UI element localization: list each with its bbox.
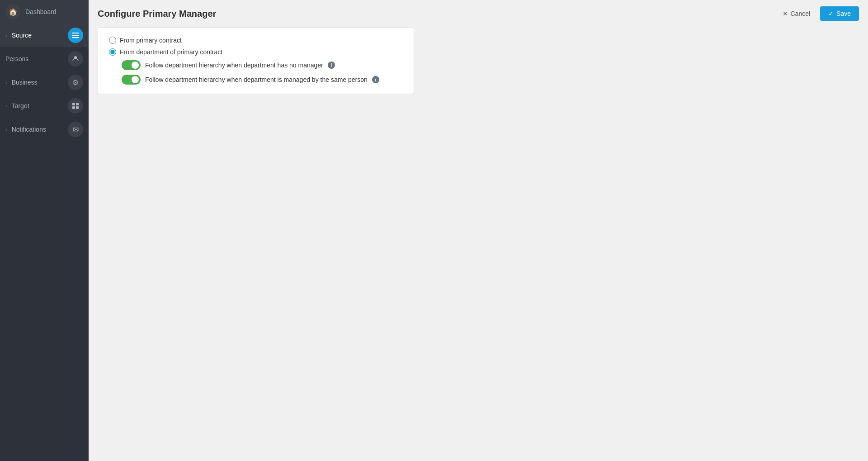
home-icon: 🏠	[5, 4, 21, 19]
save-check-icon: ✓	[828, 10, 834, 17]
sidebar-label-persons: Persons	[5, 55, 28, 62]
toggle-slider-no-manager	[122, 60, 141, 70]
info-icon-no-manager[interactable]: i	[328, 62, 335, 69]
svg-rect-2	[72, 37, 79, 38]
svg-rect-1	[72, 35, 79, 36]
toggle-row-no-manager: Follow department hierarchy when departm…	[122, 60, 403, 70]
svg-rect-4	[72, 103, 75, 105]
svg-rect-5	[76, 103, 79, 105]
toggle-row-same-person: Follow department hierarchy when departm…	[122, 75, 403, 85]
persons-icon	[68, 51, 83, 67]
radio-input-department[interactable]	[109, 48, 116, 56]
sidebar-item-notifications[interactable]: ‹ Notifications ✉	[0, 118, 89, 141]
radio-label-department: From department of primary contract	[120, 48, 222, 56]
radio-label-primary-contract: From primary contract	[120, 37, 182, 44]
main-content: From primary contract From department of…	[89, 27, 868, 461]
notifications-icon: ✉	[68, 122, 83, 137]
toggle-section: Follow department hierarchy when departm…	[122, 60, 403, 85]
sidebar-item-business[interactable]: ‹ Business ⚙	[0, 71, 89, 94]
main-area: Configure Primary Manager ✕ Cancel ✓ Sav…	[89, 0, 868, 461]
svg-rect-7	[76, 106, 79, 109]
cancel-button[interactable]: ✕ Cancel	[776, 6, 816, 21]
svg-rect-6	[72, 106, 75, 109]
sidebar: 🏠 Dashboard ‹ Source Persons	[0, 0, 89, 461]
sidebar-item-dashboard[interactable]: 🏠 Dashboard	[0, 0, 89, 24]
business-chevron: ‹	[5, 80, 7, 85]
radio-from-primary-contract[interactable]: From primary contract	[109, 37, 403, 44]
sidebar-label-target: Target	[12, 102, 29, 109]
info-icon-same-person[interactable]: i	[372, 76, 379, 83]
toggle-slider-same-person	[122, 75, 141, 85]
svg-rect-0	[72, 33, 79, 33]
toggle-same-person[interactable]	[122, 75, 141, 85]
sidebar-label-business: Business	[12, 79, 38, 86]
page-title: Configure Primary Manager	[98, 9, 216, 19]
radio-input-primary-contract[interactable]	[109, 37, 116, 44]
sidebar-label-dashboard: Dashboard	[25, 8, 57, 15]
page-header: Configure Primary Manager ✕ Cancel ✓ Sav…	[89, 0, 868, 27]
business-icon: ⚙	[68, 75, 83, 90]
config-card: From primary contract From department of…	[98, 27, 414, 94]
cancel-x-icon: ✕	[783, 10, 788, 17]
target-chevron: ‹	[5, 103, 7, 109]
save-button[interactable]: ✓ Save	[820, 6, 859, 21]
target-icon	[68, 98, 83, 114]
notifications-chevron: ‹	[5, 127, 7, 132]
source-icon	[68, 28, 83, 43]
sidebar-item-source[interactable]: ‹ Source	[0, 24, 89, 47]
radio-from-department[interactable]: From department of primary contract	[109, 48, 403, 56]
source-chevron-left: ‹	[5, 33, 7, 38]
toggle-label-no-manager: Follow department hierarchy when departm…	[145, 62, 323, 69]
sidebar-label-source: Source	[12, 32, 32, 39]
header-actions: ✕ Cancel ✓ Save	[776, 6, 859, 21]
sidebar-item-persons[interactable]: Persons	[0, 47, 89, 71]
sidebar-item-target[interactable]: ‹ Target	[0, 94, 89, 118]
sidebar-label-notifications: Notifications	[12, 126, 46, 133]
toggle-label-same-person: Follow department hierarchy when departm…	[145, 76, 368, 83]
toggle-no-manager[interactable]	[122, 60, 141, 70]
